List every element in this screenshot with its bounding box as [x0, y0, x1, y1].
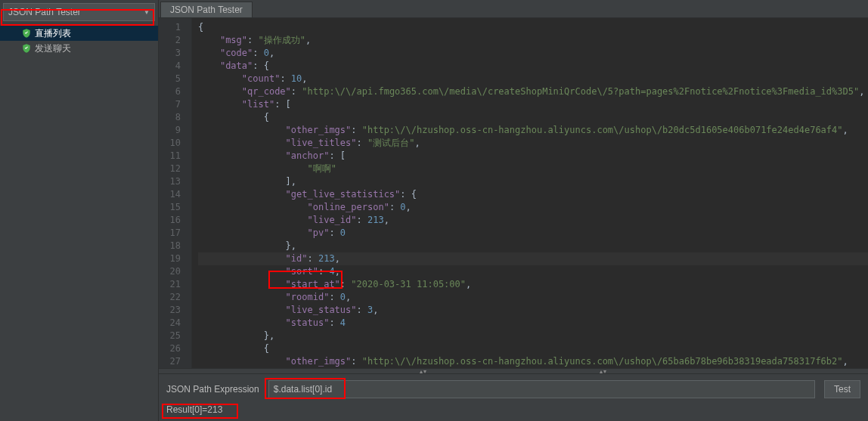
line-number: 27	[159, 355, 191, 368]
code-line: "live_id": 213,	[198, 214, 868, 227]
test-button[interactable]: Test	[824, 380, 860, 398]
line-number: 7	[159, 98, 191, 111]
tester-type-dropdown[interactable]: JSON Path Tester ▼	[3, 3, 155, 21]
code-line: "anchor": [	[198, 150, 868, 163]
code-line: "list": [	[198, 98, 868, 111]
code-line: "pv": 0	[198, 227, 868, 240]
line-number: 13	[159, 175, 191, 188]
code-line: {	[198, 111, 868, 124]
line-number: 20	[159, 265, 191, 278]
chevron-down-icon: ▼	[144, 9, 150, 16]
line-number: 22	[159, 291, 191, 304]
line-number: 14	[159, 188, 191, 201]
line-number: 4	[159, 60, 191, 73]
editor[interactable]: 1234567891011121314151617181920212223242…	[159, 18, 868, 368]
code-line: "start_at": "2020-03-31 11:05:00",	[198, 278, 868, 291]
line-number: 3	[159, 47, 191, 60]
code-line: "msg": "操作成功",	[198, 34, 868, 47]
shield-check-icon	[21, 28, 32, 39]
bottom-panel: JSON Path Expression Test Result[0]=213	[159, 374, 868, 421]
panel-splitter[interactable]: ▴▾ ▴▾	[159, 368, 868, 374]
line-number: 9	[159, 124, 191, 137]
tab-bar: JSON Path Tester	[159, 0, 868, 18]
line-number: 8	[159, 111, 191, 124]
tree-item-label: 发送聊天	[35, 42, 71, 55]
code-line: {	[198, 21, 868, 34]
shield-check-icon	[21, 43, 32, 54]
code-line: "roomid": 0,	[198, 291, 868, 304]
code-line: "online_person": 0,	[198, 201, 868, 214]
line-number: 12	[159, 163, 191, 175]
main-panel: JSON Path Tester 12345678910111213141516…	[159, 0, 868, 421]
code-line: "other_imgs": "http:\/\/hzushop.oss-cn-h…	[198, 124, 868, 137]
code-line: "get_live_statistics": {	[198, 188, 868, 201]
line-number: 21	[159, 278, 191, 291]
code-line: "啊啊"	[198, 163, 868, 175]
expression-label: JSON Path Expression	[166, 384, 259, 395]
line-gutter: 1234567891011121314151617181920212223242…	[159, 18, 192, 368]
code-line: },	[198, 240, 868, 252]
line-number: 23	[159, 304, 191, 317]
line-number: 15	[159, 201, 191, 214]
code-line: "sort": 4,	[198, 265, 868, 278]
dropdown-label: JSON Path Tester	[8, 7, 81, 17]
line-number: 24	[159, 317, 191, 330]
code-line: "live_status": 3,	[198, 304, 868, 317]
tree-item-1[interactable]: 发送聊天	[0, 41, 158, 56]
tab-json-path-tester[interactable]: JSON Path Tester	[160, 2, 253, 17]
line-number: 6	[159, 85, 191, 98]
code-line: "id": 213,	[198, 252, 868, 265]
line-number: 19	[159, 252, 191, 265]
code-line: "data": {	[198, 60, 868, 73]
code-line: "live_titles": "测试后台",	[198, 137, 868, 150]
line-number: 11	[159, 150, 191, 163]
result-text: Result[0]=213	[166, 404, 860, 415]
code-line: "other_imgs": "http:\/\/hzushop.oss-cn-h…	[198, 355, 868, 368]
request-tree: 直播列表发送聊天	[0, 24, 158, 57]
line-number: 10	[159, 137, 191, 150]
line-number: 16	[159, 214, 191, 227]
expression-input[interactable]	[268, 380, 815, 398]
code-line: "status": 4	[198, 317, 868, 330]
line-number: 17	[159, 227, 191, 240]
tree-item-label: 直播列表	[35, 27, 71, 40]
code-line: "qr_code": "http:\/\/api.fmgo365.com\/me…	[198, 85, 868, 98]
code-line: "code": 0,	[198, 47, 868, 60]
sidebar: JSON Path Tester ▼ 直播列表发送聊天	[0, 0, 159, 421]
code-area[interactable]: { "msg": "操作成功", "code": 0, "data": { "c…	[192, 18, 868, 368]
code-line: {	[198, 342, 868, 355]
line-number: 26	[159, 342, 191, 355]
code-line: ],	[198, 175, 868, 188]
tree-item-0[interactable]: 直播列表	[0, 26, 158, 41]
line-number: 18	[159, 240, 191, 252]
line-number: 1	[159, 21, 191, 34]
code-line: },	[198, 330, 868, 342]
line-number: 2	[159, 34, 191, 47]
line-number: 5	[159, 73, 191, 85]
line-number: 25	[159, 330, 191, 342]
code-line: "count": 10,	[198, 73, 868, 85]
